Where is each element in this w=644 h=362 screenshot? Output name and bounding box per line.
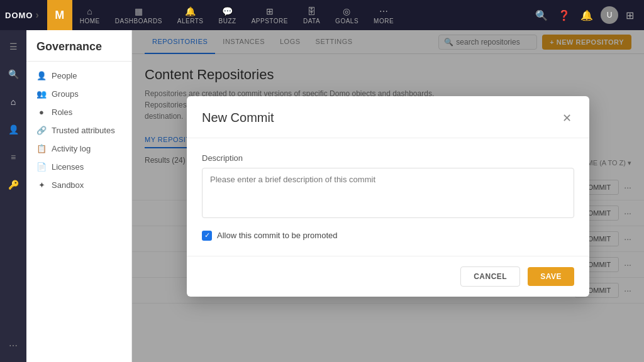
people-icon: 👤 — [36, 71, 47, 80]
checkbox-row: ✓ Allow this commit to be promoted — [202, 231, 574, 241]
home-icon: ⌂ — [87, 6, 92, 16]
sidebar-groups-label: Groups — [52, 89, 79, 99]
nav-data-label: DATA — [303, 18, 320, 25]
sidebar-licenses-label: Licenses — [52, 162, 84, 172]
nav-dashboards-label: DASHBOARDS — [115, 18, 162, 25]
nav-alerts[interactable]: 🔔 ALERTS — [170, 0, 211, 30]
modal-overlay: New Commit ✕ Description ✓ Allow this co… — [132, 30, 644, 362]
sandbox-icon: ✦ — [36, 180, 47, 190]
groups-icon: 👥 — [36, 89, 47, 99]
nav-appstore-label: APPSTORE — [252, 18, 288, 25]
sidebar-trusted-label: Trusted attributes — [52, 126, 115, 135]
mini-user-icon[interactable]: 👤 — [4, 121, 23, 138]
sidebar-sandbox-label: Sandbox — [52, 180, 84, 190]
mini-menu-icon[interactable]: ☰ — [6, 38, 21, 55]
modal-title: New Commit — [202, 111, 274, 125]
goals-icon: ◎ — [343, 6, 351, 16]
nav-more-label: MORE — [374, 18, 394, 25]
save-button[interactable]: SAVE — [528, 267, 574, 286]
sidebar-menu: 👤 People 👥 Groups ● Roles 🔗 Trusted attr… — [26, 62, 131, 199]
notification-icon[interactable]: 🔔 — [578, 7, 596, 24]
sidebar-item-people[interactable]: 👤 People — [26, 67, 131, 85]
app-body: ☰ 🔍 ⌂ 👤 ≡ 🔑 ⋯ Governance 👤 People 👥 Grou… — [0, 30, 644, 362]
more-icon: ⋯ — [379, 6, 389, 16]
modal-close-button[interactable]: ✕ — [560, 109, 574, 128]
new-commit-modal: New Commit ✕ Description ✓ Allow this co… — [187, 96, 589, 297]
modal-body: Description ✓ Allow this commit to be pr… — [187, 138, 589, 256]
nav-alerts-label: ALERTS — [177, 18, 204, 25]
mini-dots-icon[interactable]: ⋯ — [5, 337, 21, 354]
left-sidebar: Governance 👤 People 👥 Groups ● Roles 🔗 T… — [26, 30, 132, 362]
nav-home[interactable]: ⌂ HOME — [72, 0, 108, 30]
m-logo[interactable]: M — [47, 0, 72, 30]
top-navigation: DOMO › M ⌂ HOME ▦ DASHBOARDS 🔔 ALERTS 💬 … — [0, 0, 644, 30]
sidebar-item-groups[interactable]: 👥 Groups — [26, 85, 131, 103]
description-textarea[interactable] — [202, 168, 574, 218]
licenses-icon: 📄 — [36, 162, 47, 172]
data-icon: 🗄 — [307, 6, 316, 16]
m-letter: M — [55, 9, 64, 22]
sidebar-roles-label: Roles — [52, 107, 72, 117]
help-icon[interactable]: ❓ — [555, 7, 573, 24]
cancel-button[interactable]: CANCEL — [460, 266, 520, 287]
sidebar-item-trusted-attributes[interactable]: 🔗 Trusted attributes — [26, 121, 131, 140]
mini-sidebar: ☰ 🔍 ⌂ 👤 ≡ 🔑 ⋯ — [0, 30, 26, 362]
sidebar-item-licenses[interactable]: 📄 Licenses — [26, 158, 131, 176]
nav-separator: › — [35, 9, 39, 21]
nav-home-label: HOME — [80, 18, 100, 25]
nav-buzz-label: BUZZ — [219, 18, 236, 25]
search-nav-icon[interactable]: 🔍 — [533, 7, 550, 24]
main-content: REPOSITORIES INSTANCES LOGS SETTINGS 🔍 +… — [132, 30, 644, 362]
domo-logo: DOMO › — [0, 0, 47, 30]
nav-items: ⌂ HOME ▦ DASHBOARDS 🔔 ALERTS 💬 BUZZ ⊞ AP… — [72, 0, 533, 30]
appstore-icon: ⊞ — [266, 6, 274, 16]
modal-header: New Commit ✕ — [187, 96, 589, 138]
sidebar-item-activity-log[interactable]: 📋 Activity log — [26, 140, 131, 158]
sidebar-people-label: People — [52, 71, 77, 80]
buzz-icon: 💬 — [222, 6, 233, 16]
user-avatar[interactable]: U — [601, 6, 618, 24]
mini-search-icon[interactable]: 🔍 — [4, 65, 23, 83]
domo-text: DOMO — [5, 11, 33, 20]
nav-goals-label: GOALS — [335, 18, 358, 25]
checkbox-label: Allow this commit to be promoted — [217, 231, 337, 240]
nav-data[interactable]: 🗄 DATA — [296, 0, 328, 30]
trusted-icon: 🔗 — [36, 126, 47, 135]
nav-right: 🔍 ❓ 🔔 U ⊞ — [533, 6, 644, 24]
mini-list-icon[interactable]: ≡ — [7, 148, 19, 166]
roles-icon: ● — [36, 107, 47, 117]
nav-buzz[interactable]: 💬 BUZZ — [211, 0, 244, 30]
alerts-icon: 🔔 — [185, 6, 196, 16]
sidebar-activity-label: Activity log — [52, 144, 91, 153]
nav-goals[interactable]: ◎ GOALS — [328, 0, 366, 30]
dashboards-icon: ▦ — [135, 6, 143, 16]
sidebar-item-sandbox[interactable]: ✦ Sandbox — [26, 176, 131, 194]
promote-checkbox[interactable]: ✓ — [202, 231, 212, 241]
nav-dashboards[interactable]: ▦ DASHBOARDS — [108, 0, 170, 30]
nav-more[interactable]: ⋯ MORE — [366, 0, 401, 30]
description-label: Description — [202, 153, 574, 163]
modal-footer: CANCEL SAVE — [187, 256, 589, 297]
activity-icon: 📋 — [36, 144, 47, 153]
grid-icon[interactable]: ⊞ — [623, 7, 636, 24]
mini-home-icon[interactable]: ⌂ — [7, 93, 19, 111]
sidebar-title: Governance — [26, 30, 131, 62]
mini-key-icon[interactable]: 🔑 — [4, 176, 23, 194]
nav-appstore[interactable]: ⊞ APPSTORE — [244, 0, 296, 30]
sidebar-item-roles[interactable]: ● Roles — [26, 103, 131, 121]
checkmark-icon: ✓ — [204, 231, 210, 239]
